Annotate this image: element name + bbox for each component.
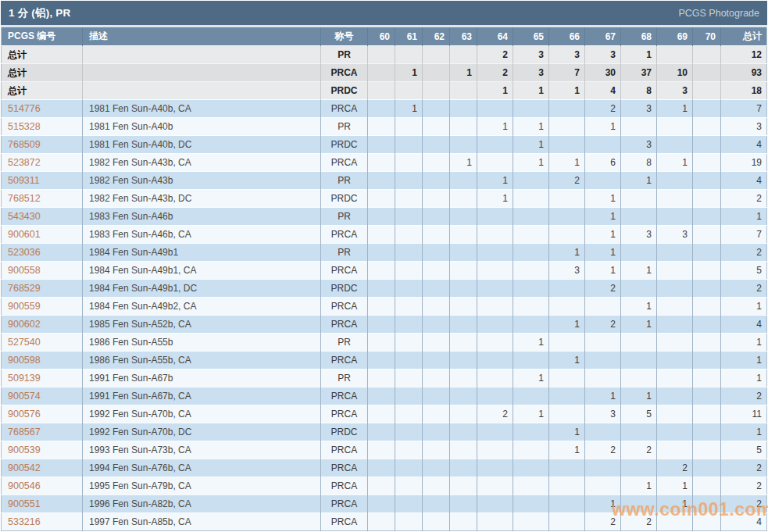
grade-63-cell — [450, 316, 477, 334]
pcgs-number-link[interactable]: 900576 — [8, 409, 41, 420]
designation-cell: PRDC — [321, 190, 368, 208]
grade-68-cell — [621, 118, 657, 136]
grade-66-cell — [549, 136, 585, 154]
pcgs-number-link[interactable]: 900602 — [8, 319, 41, 330]
grade-60-cell — [368, 262, 395, 280]
grade-68-cell — [621, 423, 657, 441]
grade-66-cell: 2 — [549, 172, 585, 190]
grade-60-cell — [368, 64, 395, 82]
pcgs-number-cell: 527540 — [2, 334, 83, 352]
grade-63-cell — [450, 244, 477, 262]
pcgs-number-link[interactable]: 543430 — [8, 211, 41, 222]
grade-64-cell — [477, 208, 513, 226]
pcgs-number-link[interactable]: 768529 — [8, 283, 41, 294]
total-cell: 4 — [721, 172, 767, 190]
grade-60-cell — [368, 46, 395, 64]
grade-61-cell — [395, 46, 423, 64]
grade-61-cell — [395, 459, 423, 477]
grade-69-cell — [657, 423, 693, 441]
description-cell: 1991 Fen Sun-A67b, CA — [83, 387, 321, 405]
total-cell: 3 — [721, 118, 767, 136]
grade-60-cell — [368, 423, 395, 441]
pcgs-number-link[interactable]: 768512 — [8, 193, 41, 204]
grade-64-cell: 1 — [477, 172, 513, 190]
designation-cell: PR — [321, 46, 368, 64]
total-row: 总计PR2333112 — [2, 46, 767, 64]
description-cell: 1985 Fen Sun-A52b, CA — [83, 316, 321, 334]
grade-66-cell: 1 — [549, 154, 585, 172]
grade-65-cell — [513, 387, 549, 405]
pcgs-number-link[interactable]: 509311 — [8, 175, 40, 186]
designation-cell: PR — [321, 370, 368, 387]
pcgs-number-link[interactable]: 509139 — [8, 373, 41, 384]
grade-62-cell — [423, 316, 450, 334]
grade-70-cell — [693, 262, 721, 280]
table-row: 5147761981 Fen Sun-A40b, CAPRCA12317 — [2, 100, 767, 118]
table-row: 9005581984 Fen Sun-A49b1, CAPRCA3115 — [2, 262, 767, 280]
grade-63-cell — [450, 208, 477, 226]
total-cell: 4 — [721, 513, 767, 531]
designation-cell: PR — [321, 172, 368, 190]
grade-70-cell — [693, 82, 721, 100]
description-text: 1986 Fen Sun-A55b — [89, 337, 173, 348]
pcgs-number-link[interactable]: 527540 — [8, 337, 41, 348]
pcgs-number-link[interactable]: 514776 — [8, 103, 41, 114]
pcgs-number-link[interactable]: 900574 — [8, 391, 41, 402]
pcgs-number-link[interactable]: 900542 — [8, 462, 41, 473]
description-cell: 1983 Fen Sun-A46b — [83, 208, 321, 226]
grade-69-cell: 2 — [657, 459, 693, 477]
designation-cell: PRCA — [321, 100, 368, 118]
grade-61-cell — [395, 208, 423, 226]
table-row: 9005461995 Fen Sun-A79b, CAPRCA112 — [2, 477, 767, 495]
grade-65-cell — [513, 316, 549, 334]
pcgs-number-link[interactable]: 900551 — [8, 498, 41, 509]
pcgs-number-cell: 900546 — [2, 477, 83, 495]
grade-61-cell — [395, 136, 423, 154]
grade-63-cell — [450, 370, 477, 387]
grade-67-cell: 30 — [585, 64, 621, 82]
grade-60-cell — [368, 405, 395, 423]
table-head: PCGS 编号描述称号6061626364656667686970总计 — [2, 27, 767, 46]
grade-64-cell — [477, 154, 513, 172]
grade-65-cell: 1 — [513, 154, 549, 172]
grade-68-cell: 1 — [621, 46, 657, 64]
description-text: 1984 Fen Sun-A49b1, CA — [89, 265, 196, 276]
pcgs-number-link[interactable]: 768567 — [8, 427, 41, 437]
grade-65-cell — [513, 262, 549, 280]
designation-cell: PRDC — [321, 280, 368, 298]
grade-70-cell — [693, 405, 721, 423]
pcgs-number-link[interactable]: 900558 — [8, 265, 41, 276]
grade-70-cell — [693, 352, 721, 370]
grade-69-cell — [657, 118, 693, 136]
pcgs-number-link[interactable]: 515328 — [8, 121, 41, 132]
pcgs-number-cell: 515328 — [2, 118, 83, 136]
pcgs-number-link[interactable]: 768509 — [8, 139, 41, 150]
pcgs-number-cell: 900598 — [2, 352, 83, 370]
grade-66-cell: 3 — [549, 262, 585, 280]
grade-69-cell — [657, 441, 693, 459]
grade-69-cell — [657, 136, 693, 154]
grade-67-cell: 1 — [585, 208, 621, 226]
table-row: 9006021985 Fen Sun-A52b, CAPRCA1214 — [2, 316, 767, 334]
grade-64-cell — [477, 387, 513, 405]
pcgs-number-link[interactable]: 523872 — [8, 157, 41, 168]
pcgs-number-link[interactable]: 900546 — [8, 480, 41, 491]
photograde-link[interactable]: PCGS Photograde — [678, 8, 759, 19]
pcgs-number-link[interactable]: 900601 — [8, 229, 41, 240]
grade-70-cell — [693, 477, 721, 495]
grade-67-cell: 2 — [585, 280, 621, 298]
pcgs-number-link[interactable]: 900559 — [8, 301, 41, 312]
pcgs-number-link[interactable]: 900539 — [8, 445, 41, 455]
grade-69-cell: 1 — [657, 495, 693, 513]
pcgs-number-link[interactable]: 900598 — [8, 355, 41, 366]
pcgs-number-link[interactable]: 523036 — [8, 247, 41, 258]
grade-63-cell: 1 — [450, 154, 477, 172]
description-text: 1996 Fen Sun-A82b, CA — [89, 498, 191, 509]
pcgs-number-cell: 900558 — [2, 262, 83, 280]
description-cell: 1992 Fen Sun-A70b, CA — [83, 405, 321, 423]
grade-66-cell — [549, 280, 585, 298]
pcgs-number-link[interactable]: 533216 — [8, 516, 41, 527]
table-row: 5153281981 Fen Sun-A40bPR1113 — [2, 118, 767, 136]
grade-62-cell — [423, 244, 450, 262]
grade-65-cell — [513, 280, 549, 298]
